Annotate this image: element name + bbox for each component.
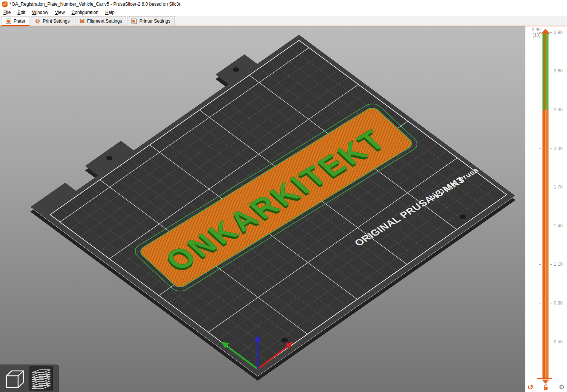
slider-lower-thumb[interactable] bbox=[537, 378, 552, 379]
tab-print-settings[interactable]: Print Settings bbox=[31, 16, 74, 26]
tick-row: 2.30 bbox=[539, 107, 562, 112]
tab-plater[interactable]: Plater bbox=[2, 16, 29, 26]
menu-window[interactable]: Window bbox=[29, 9, 52, 16]
layer-slider-panel: 2.90 (10) 2.90 2.60 2.30 2.00 1.70 1.40 … bbox=[525, 26, 567, 392]
preview-layers-view-button[interactable] bbox=[29, 366, 53, 391]
tick-row: 0.50 bbox=[539, 339, 562, 345]
cube-icon bbox=[5, 368, 25, 389]
tick-row: 2.60 bbox=[539, 68, 562, 74]
tick-row: 1.10 bbox=[539, 262, 562, 267]
tick-row: 1.40 bbox=[539, 223, 562, 228]
menu-help[interactable]: Help bbox=[102, 9, 118, 16]
layers-icon bbox=[30, 368, 52, 390]
printer-icon bbox=[131, 18, 137, 24]
menu-view[interactable]: View bbox=[52, 9, 68, 16]
title-bar: *OA_Registration_Plate_Number_Vehicle_Ca… bbox=[0, 0, 567, 8]
scene-canvas: ORIGINAL PRUSA i3 MK3 by Josef Prusa ONK… bbox=[0, 26, 525, 392]
menu-file[interactable]: File bbox=[0, 9, 14, 16]
3d-editor-view-button[interactable] bbox=[3, 366, 26, 391]
tick-row: 2.90 bbox=[539, 30, 562, 35]
tick-row: 0.80 bbox=[539, 300, 562, 306]
slider-settings-gear-icon[interactable]: ⚙ bbox=[558, 383, 565, 391]
settings-tab-bar: Plater Print Settings Filament Settings … bbox=[0, 16, 567, 26]
tick-row: 2.00 bbox=[539, 146, 562, 151]
view-mode-toolbar bbox=[0, 364, 59, 392]
lock-button[interactable] bbox=[542, 383, 549, 391]
menu-edit[interactable]: Edit bbox=[14, 9, 29, 16]
layer-slider-track[interactable] bbox=[542, 32, 549, 378]
discard-changes-button[interactable]: ↺ bbox=[527, 383, 534, 391]
slider-actions: ↺ ⚙ bbox=[526, 383, 567, 392]
menu-configuration[interactable]: Configuration bbox=[68, 9, 102, 16]
tick-row: 1.70 bbox=[539, 184, 562, 190]
prusaslicer-logo-icon bbox=[2, 2, 8, 7]
tab-printer-settings[interactable]: Printer Settings bbox=[127, 16, 174, 26]
plater-icon bbox=[6, 18, 11, 24]
filament-spool-icon bbox=[79, 18, 85, 24]
window-title: *OA_Registration_Plate_Number_Vehicle_Ca… bbox=[10, 2, 180, 7]
open-lock-icon bbox=[542, 384, 549, 390]
print-settings-gear-icon bbox=[35, 18, 40, 24]
3d-viewport[interactable]: ORIGINAL PRUSA i3 MK3 by Josef Prusa ONK… bbox=[0, 26, 525, 392]
tab-filament-settings[interactable]: Filament Settings bbox=[75, 16, 126, 26]
menu-bar: File Edit Window View Configuration Help bbox=[0, 8, 567, 16]
